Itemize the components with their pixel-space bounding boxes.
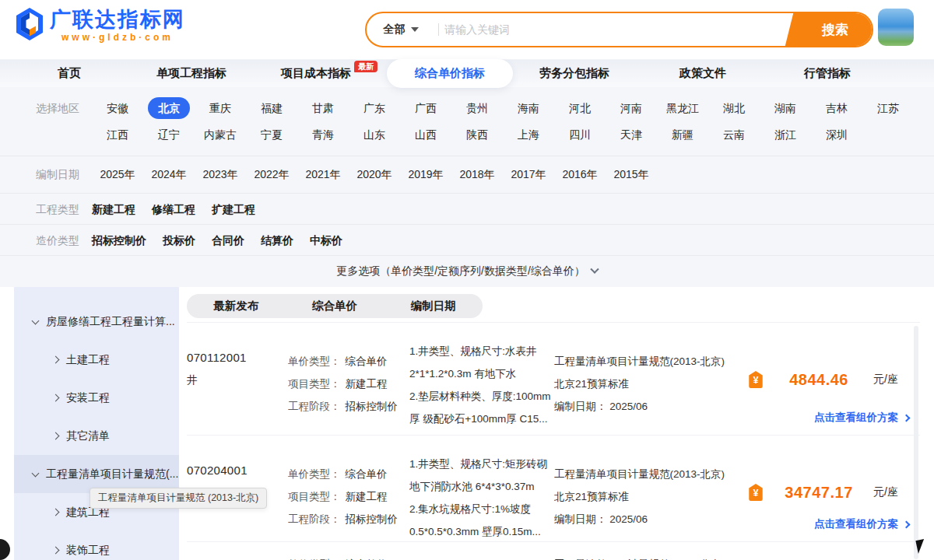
nav-item-admin-index[interactable]: 行管指标 [804, 66, 851, 81]
sidebar-item-repair-calc[interactable]: 房屋修缮工程工程量计算... [14, 303, 179, 341]
region-item[interactable]: 江西 [92, 127, 143, 142]
region-item[interactable]: 重庆 [195, 100, 246, 116]
project-type-item[interactable]: 修缮工程 [152, 201, 195, 217]
region-item[interactable]: 上海 [503, 127, 554, 142]
region-item[interactable]: 河南 [606, 100, 657, 116]
region-item[interactable]: 山东 [349, 127, 400, 142]
nav-item-policy-docs[interactable]: 政策文件 [679, 66, 726, 81]
region-item[interactable]: 广西 [400, 100, 451, 116]
date-item[interactable]: 2018年 [451, 166, 503, 182]
search-category-dropdown[interactable]: 全部 [367, 13, 435, 46]
region-item[interactable]: 吉林 [811, 100, 862, 116]
sidebar-tooltip: 工程量清单项目计量规范 (2013-北京) [90, 488, 267, 509]
date-item[interactable]: 2016年 [554, 166, 606, 182]
region-item[interactable]: 新疆 [657, 127, 708, 142]
date-item[interactable]: 2023年 [195, 166, 246, 182]
table-row[interactable]: 070204001 单价类型：综合单价 项目类型：新建工程 工程阶段：招标控制价… [187, 435, 920, 541]
search-button[interactable]: 搜索 [798, 12, 873, 47]
cost-type-item[interactable]: 投标价 [163, 233, 195, 248]
region-item[interactable]: 辽宁 [143, 127, 195, 142]
logo-diamond-icon [14, 6, 45, 44]
nav-item-project-cost[interactable]: 项目成本指标 最新 [281, 66, 351, 81]
tab-latest[interactable]: 最新发布 [187, 299, 286, 313]
cost-type-item[interactable]: 结算价 [261, 233, 293, 248]
region-item[interactable]: 云南 [708, 127, 760, 142]
date-item[interactable]: 2022年 [246, 166, 297, 182]
filter-label-project-type: 工程类型 [36, 201, 92, 217]
logo-subtitle: www·gldzb·com [61, 32, 174, 43]
project-type-item[interactable]: 新建工程 [92, 201, 135, 217]
view-pricing-plan-link[interactable]: 点击查看组价方案 [814, 411, 909, 425]
region-item[interactable]: 甘肃 [297, 100, 349, 116]
user-avatar[interactable] [878, 9, 914, 46]
region-item[interactable]: 深圳 [811, 127, 862, 142]
tab-compile-date[interactable]: 编制日期 [384, 299, 483, 313]
item-code: 070204001 [187, 464, 288, 477]
nav-item-single-project[interactable]: 单项工程指标 [156, 66, 226, 81]
date-item[interactable]: 2017年 [503, 166, 554, 182]
divider [438, 23, 439, 36]
chevron-right-icon [52, 509, 60, 516]
site-logo[interactable]: 广联达指标网 www·gldzb·com [14, 6, 185, 44]
date-item[interactable]: 2024年 [143, 166, 195, 182]
sidebar-item-other-list[interactable]: 其它清单 [14, 417, 179, 455]
date-item[interactable]: 2025年 [92, 166, 143, 182]
region-item[interactable]: 浙江 [760, 127, 811, 142]
project-type-item[interactable]: 扩建工程 [212, 201, 255, 217]
region-item[interactable]: 山西 [400, 127, 451, 142]
region-item[interactable]: 湖南 [760, 100, 811, 116]
vertical-scrollbar[interactable] [914, 326, 918, 559]
date-item[interactable]: 2020年 [349, 166, 400, 182]
caret-down-icon [411, 27, 419, 32]
view-pricing-plan-link[interactable]: 点击查看组价方案 [814, 517, 909, 531]
item-description: 1.井类型、规格尺寸:水表井 2*1*1.2*0.3m 有地下水 2.垫层材料种… [409, 338, 554, 435]
date-item[interactable]: 2015年 [606, 166, 657, 182]
region-item[interactable]: 福建 [246, 100, 297, 116]
region-item[interactable]: 天津 [606, 127, 657, 142]
sort-tabs: 最新发布 综合单价 编制日期 [187, 294, 483, 318]
price-unit: 元/座 [873, 373, 898, 387]
region-item[interactable]: 内蒙古 [195, 127, 246, 142]
nav-item-home[interactable]: 首页 [58, 66, 81, 81]
sidebar-item-decoration[interactable]: 装饰工程 [14, 531, 179, 560]
region-item[interactable]: 宁夏 [246, 127, 297, 142]
region-item[interactable]: 陕西 [451, 127, 503, 142]
sidebar-item-civil[interactable]: 土建工程 [14, 341, 179, 379]
item-name: 井 [187, 373, 288, 387]
cost-type-item[interactable]: 中标价 [310, 233, 342, 248]
chevron-right-icon [52, 547, 60, 555]
cost-type-item[interactable]: 招标控制价 [92, 233, 146, 248]
logo-title: 广联达指标网 [50, 8, 185, 31]
table-row[interactable]: 070112001 井 单价类型：综合单价 项目类型：新建工程 工程阶段：招标控… [187, 322, 920, 435]
region-item-selected[interactable]: 北京 [143, 100, 195, 116]
search-input[interactable] [444, 13, 771, 46]
filter-label-cost-type: 造价类型 [36, 233, 92, 248]
page: 广联达指标网 www·gldzb·com 全部 搜索 首页 单项工程指标 项目成… [0, 0, 934, 560]
date-item[interactable]: 2019年 [400, 166, 451, 182]
chevron-down-icon [32, 317, 40, 324]
region-item[interactable]: 河北 [554, 100, 606, 116]
nav-item-composite-price[interactable]: 综合单价指标 [387, 59, 513, 88]
svg-text:¥: ¥ [753, 488, 759, 499]
filter-cost-type-row: 造价类型 招标控制价 投标价 合同价 结算价 中标价 [0, 224, 934, 255]
price-yen-icon: ¥ [747, 370, 764, 389]
region-item[interactable]: 四川 [554, 127, 606, 142]
nav-item-labor-subcontract[interactable]: 劳务分包指标 [539, 66, 609, 81]
region-item[interactable]: 江苏 [862, 100, 914, 116]
filter-panel: 选择地区 安徽 北京 重庆 福建 甘肃 广东 广西 贵州 海南 河北 河南 黑龙… [0, 87, 934, 287]
chevron-down-icon [32, 469, 40, 477]
region-item[interactable]: 青海 [297, 127, 349, 142]
region-item[interactable]: 安徽 [92, 100, 143, 116]
chevron-down-icon [590, 265, 599, 274]
table-row[interactable]: 070205001 单价类型：综合单价 1.盖板规格型号:φ800 球墨铸铁 工… [187, 541, 920, 560]
region-item[interactable]: 湖北 [708, 100, 760, 116]
tab-composite-price[interactable]: 综合单价 [286, 299, 384, 313]
more-options-toggle[interactable]: 更多选项（单价类型/定额序列/数据类型/综合单价） [0, 255, 934, 287]
region-item[interactable]: 海南 [503, 100, 554, 116]
region-item[interactable]: 黑龙江 [657, 100, 708, 116]
cost-type-item[interactable]: 合同价 [212, 233, 244, 248]
sidebar-item-install[interactable]: 安装工程 [14, 379, 179, 417]
region-item[interactable]: 贵州 [451, 100, 503, 116]
region-item[interactable]: 广东 [349, 100, 400, 116]
date-item[interactable]: 2021年 [297, 166, 349, 182]
